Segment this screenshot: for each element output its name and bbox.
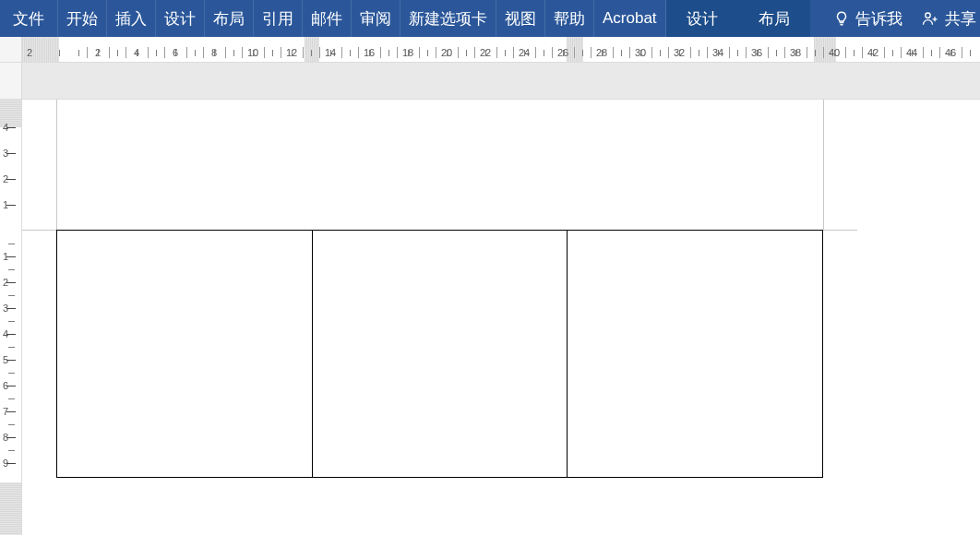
margin-right-line	[823, 100, 824, 230]
tab-insert[interactable]: 插入	[107, 0, 156, 37]
margin-top-line-left	[22, 230, 56, 231]
lightbulb-icon	[833, 10, 850, 27]
table-cell[interactable]	[57, 231, 313, 478]
table-cell[interactable]	[568, 231, 823, 478]
horizontal-ruler-row: 2246810121416182022242628303234363840424…	[0, 37, 980, 63]
tab-layout[interactable]: 布局	[205, 0, 254, 37]
tab-table-design[interactable]: 设计	[666, 0, 738, 37]
page-area[interactable]	[22, 100, 980, 535]
margin-top-line-right	[823, 230, 857, 231]
table-cell[interactable]	[312, 231, 568, 478]
tab-mail[interactable]: 邮件	[303, 0, 352, 37]
tell-me-button[interactable]: 告诉我	[833, 8, 902, 30]
tab-home[interactable]: 开始	[58, 0, 107, 37]
document-area: 4321123456789	[0, 100, 980, 535]
margin-left-line	[56, 100, 57, 230]
gray-gap	[0, 63, 980, 100]
tab-table-layout[interactable]: 布局	[738, 0, 810, 37]
ruler-corner	[0, 37, 22, 62]
gray-gap-corner	[0, 63, 22, 99]
ribbon-right-group: 告诉我 共享	[833, 0, 980, 37]
ruler-ticks: 2246810121416182022242628303234363840424…	[22, 37, 980, 62]
tab-review[interactable]: 审阅	[352, 0, 400, 37]
person-plus-icon	[921, 10, 939, 27]
table-row	[57, 231, 823, 478]
vruler-body-shade	[0, 482, 21, 535]
content-table[interactable]	[56, 230, 823, 478]
tab-help[interactable]: 帮助	[545, 0, 594, 37]
tab-newtab[interactable]: 新建选项卡	[400, 0, 496, 37]
share-button[interactable]: 共享	[921, 8, 976, 30]
tab-view[interactable]: 视图	[496, 0, 545, 37]
page	[22, 100, 857, 535]
tab-file[interactable]: 文件	[0, 0, 58, 37]
horizontal-ruler[interactable]: 2246810121416182022242628303234363840424…	[22, 37, 980, 62]
share-label: 共享	[945, 8, 976, 30]
tab-references[interactable]: 引用	[254, 0, 303, 37]
tab-design[interactable]: 设计	[156, 0, 205, 37]
svg-point-0	[926, 13, 930, 18]
tab-acrobat[interactable]: Acrobat	[594, 0, 666, 37]
vertical-ruler[interactable]: 4321123456789	[0, 100, 22, 535]
ribbon-tabs: 文件 开始 插入 设计 布局 引用 邮件 审阅 新建选项卡 视图 帮助 Acro…	[0, 0, 980, 37]
tell-me-label: 告诉我	[855, 8, 902, 30]
